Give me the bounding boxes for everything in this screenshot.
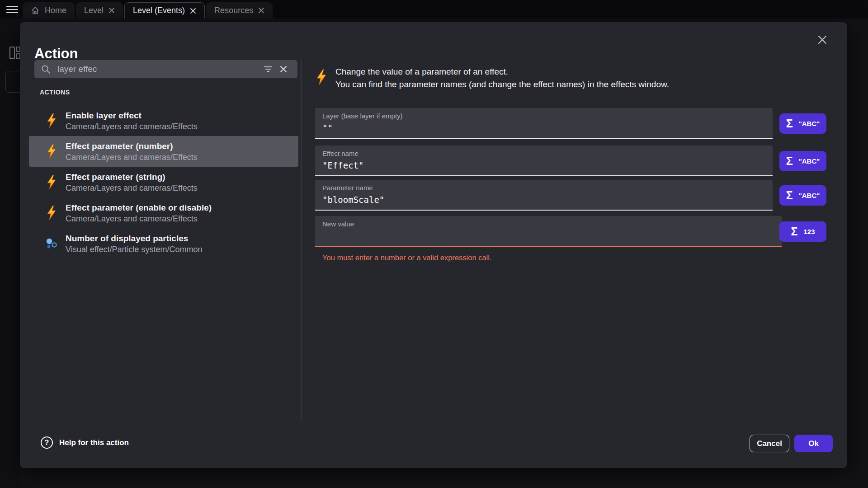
- actions-section-label: ACTIONS: [40, 89, 70, 96]
- action-item-path: Camera/Layers and cameras/Effects: [66, 183, 198, 193]
- field-parameter-name[interactable]: Parameter name "bloomScale": [315, 180, 773, 211]
- field-value: "bloomScale": [322, 195, 765, 205]
- action-description: Change the value of a parameter of an ef…: [316, 66, 669, 91]
- action-item-path: Camera/Layers and cameras/Effects: [66, 152, 198, 163]
- action-item-title: Enable layer effect: [66, 110, 198, 121]
- action-list-item[interactable]: Enable layer effect Camera/Layers and ca…: [29, 105, 298, 136]
- left-toolbar: [0, 19, 20, 488]
- action-list: Enable layer effect Camera/Layers and ca…: [29, 105, 298, 259]
- tab-home[interactable]: Home: [23, 2, 75, 19]
- action-item-title: Effect parameter (string): [66, 171, 198, 183]
- tab-bar: Home Level Level (Events) Resources: [23, 0, 273, 19]
- validation-error-text: You must enter a number or a valid expre…: [322, 253, 492, 262]
- tab-label: Level (Events): [133, 6, 185, 15]
- hamburger-menu-icon[interactable]: [6, 6, 18, 13]
- field-layer[interactable]: Layer (base layer if empty) "": [315, 108, 773, 139]
- lightning-icon: [316, 69, 327, 91]
- close-icon[interactable]: [108, 7, 115, 14]
- expression-type-label: "ABC": [799, 157, 820, 165]
- field-label: Effect name: [322, 150, 765, 157]
- ok-button[interactable]: Ok: [794, 435, 833, 452]
- dialog-close-icon[interactable]: [816, 33, 829, 47]
- expression-builder-button-parameter-name[interactable]: Σ "ABC": [779, 185, 826, 206]
- help-label: Help for this action: [59, 438, 129, 447]
- close-icon[interactable]: [258, 7, 264, 14]
- action-item-title: Effect parameter (enable or disable): [66, 202, 212, 213]
- toggle-panels-icon[interactable]: [9, 46, 21, 60]
- description-line-2: You can find the parameter names (and ch…: [335, 78, 669, 91]
- action-item-path: Camera/Layers and cameras/Effects: [66, 121, 198, 132]
- description-line-1: Change the value of a parameter of an ef…: [335, 66, 669, 78]
- clear-search-icon[interactable]: [276, 61, 291, 77]
- field-value: "": [322, 123, 765, 133]
- tab-label: Resources: [214, 6, 253, 15]
- search-input[interactable]: [57, 64, 260, 74]
- action-dialog: Action ACTIONS Enable layer effec: [20, 22, 847, 468]
- help-icon: ?: [41, 436, 53, 449]
- action-list-item-selected[interactable]: Effect parameter (number) Camera/Layers …: [29, 136, 298, 167]
- expression-builder-button-layer[interactable]: Σ "ABC": [779, 113, 826, 134]
- events-sheet-background: dd...: [847, 19, 868, 488]
- expression-type-label: "ABC": [799, 192, 820, 199]
- lightning-icon: [45, 206, 58, 220]
- lightning-icon: [45, 113, 58, 128]
- action-item-title: Effect parameter (number): [66, 141, 198, 152]
- tab-label: Home: [45, 6, 66, 15]
- expression-type-label: "ABC": [799, 120, 820, 127]
- panel-divider: [301, 60, 302, 422]
- app-top-bar: Home Level Level (Events) Resources: [0, 0, 868, 19]
- action-list-item[interactable]: Effect parameter (string) Camera/Layers …: [29, 167, 298, 197]
- action-item-path: Visual effect/Particle system/Common: [66, 244, 202, 255]
- sigma-icon: Σ: [786, 117, 793, 130]
- dialog-title: Action: [34, 46, 78, 62]
- field-value: "Effect": [322, 160, 765, 170]
- sigma-icon: Σ: [791, 225, 797, 238]
- expression-builder-button-new-value[interactable]: Σ 123: [779, 221, 826, 242]
- expression-type-label: 123: [803, 228, 815, 235]
- sigma-icon: Σ: [786, 189, 793, 202]
- tab-level-events[interactable]: Level (Events): [124, 2, 205, 19]
- expression-builder-button-effect-name[interactable]: Σ "ABC": [779, 151, 826, 171]
- action-list-item[interactable]: Number of displayed particles Visual eff…: [29, 228, 298, 259]
- field-label: Parameter name: [322, 184, 765, 192]
- help-link[interactable]: ? Help for this action: [41, 436, 129, 449]
- home-icon: [31, 6, 40, 15]
- lightning-icon: [45, 175, 58, 189]
- cancel-button[interactable]: Cancel: [750, 435, 789, 452]
- tab-label: Level: [84, 6, 104, 15]
- tab-level[interactable]: Level: [76, 2, 123, 19]
- action-list-item[interactable]: Effect parameter (enable or disable) Cam…: [29, 197, 298, 228]
- sigma-icon: Σ: [786, 155, 793, 168]
- filter-icon[interactable]: [260, 61, 276, 77]
- tab-resources[interactable]: Resources: [206, 2, 273, 19]
- close-icon[interactable]: [190, 8, 196, 14]
- action-item-title: Number of displayed particles: [66, 233, 202, 244]
- field-new-value[interactable]: New value: [315, 216, 782, 247]
- field-label: Layer (base layer if empty): [322, 112, 765, 120]
- action-item-path: Camera/Layers and cameras/Effects: [66, 213, 212, 224]
- search-icon: [41, 64, 51, 75]
- field-label: New value: [322, 220, 774, 228]
- field-effect-name[interactable]: Effect name "Effect": [315, 145, 773, 176]
- action-search-bar[interactable]: [34, 60, 297, 78]
- particles-icon: [45, 238, 58, 250]
- lightning-icon: [45, 144, 58, 159]
